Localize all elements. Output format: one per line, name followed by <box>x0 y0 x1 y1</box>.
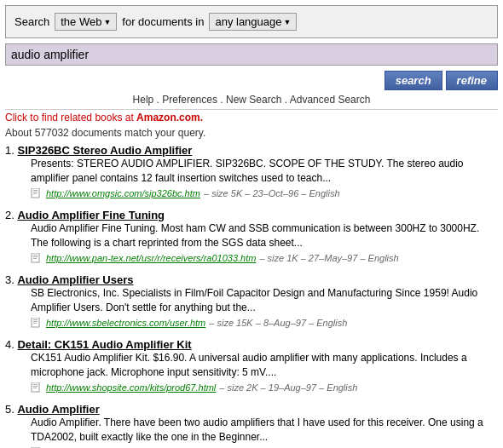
result-number: 2. Audio Amplifier Fine Tuning <box>5 209 498 221</box>
result-description: SB Electronics, Inc. Specialists in Film… <box>31 286 498 315</box>
svg-rect-7 <box>33 258 37 259</box>
preferences-link[interactable]: Preferences <box>162 94 217 106</box>
result-title-link[interactable]: Audio Amplifier <box>17 403 99 416</box>
result-url-line: http://www.omgsic.com/sip326bc.htm – siz… <box>31 187 498 200</box>
new-search-link[interactable]: New Search <box>226 94 281 106</box>
result-description: Audio Amplifier. There have been two aud… <box>31 416 498 445</box>
result-url-link[interactable]: http://www.shopsite.com/kits/prod67.html <box>46 382 216 394</box>
search-type-dropdown[interactable]: the Web <box>55 13 117 31</box>
result-url-line: http://www.sbelectronics.com/user.htm – … <box>31 317 498 330</box>
search-label: Search <box>14 15 49 28</box>
page-icon <box>31 318 43 328</box>
svg-rect-12 <box>32 382 39 392</box>
results-container: 1. SIP326BC Stereo Audio Amplifier Prese… <box>5 144 498 448</box>
svg-rect-1 <box>33 190 38 191</box>
result-meta: – size 1K – 27–May–97 – English <box>259 252 398 265</box>
amazon-link[interactable]: Amazon.com. <box>136 112 203 123</box>
result-url-link[interactable]: http://www.omgsic.com/sip326bc.htm <box>46 187 200 200</box>
result-description: Audio Amplifier Fine Tuning. Most ham CW… <box>31 221 498 250</box>
result-body: Presents: STEREO AUDIO AMPLIFIER. SIP326… <box>31 157 498 200</box>
result-url-link[interactable]: http://www.pan-tex.net/usr/r/receivers/r… <box>46 252 256 265</box>
search-input-area: search refine <box>5 43 498 90</box>
result-meta: – size 15K – 8–Aug–97 – English <box>209 317 347 330</box>
result-title-link[interactable]: Audio Amplifier Fine Tuning <box>17 209 165 221</box>
result-body: SB Electronics, Inc. Specialists in Film… <box>31 286 498 330</box>
page-icon <box>31 188 43 198</box>
help-link[interactable]: Help <box>133 94 154 106</box>
svg-rect-9 <box>33 319 38 320</box>
result-item: 3. Audio Amplifier Users SB Electronics,… <box>5 273 498 330</box>
search-buttons: search refine <box>5 71 498 90</box>
amazon-notice: Click to find related books at Amazon.co… <box>5 112 498 123</box>
results-count: About 577032 documents match your query. <box>5 127 498 139</box>
search-input[interactable] <box>5 43 498 66</box>
result-url-link[interactable]: http://www.sbelectronics.com/user.htm <box>46 317 205 330</box>
result-item: 2. Audio Amplifier Fine Tuning Audio Amp… <box>5 209 498 265</box>
result-meta: – size 2K – 19–Aug–97 – English <box>219 382 357 394</box>
svg-rect-3 <box>33 193 37 194</box>
result-item: 5. Audio Amplifier Audio Amplifier. Ther… <box>5 403 498 448</box>
result-item: 1. SIP326BC Stereo Audio Amplifier Prese… <box>5 144 498 200</box>
svg-rect-11 <box>33 323 37 324</box>
svg-rect-0 <box>32 188 39 198</box>
result-number: 1. SIP326BC Stereo Audio Amplifier <box>5 144 498 157</box>
result-item: 4. Detail: CK151 Audio Amplifier Kit CK1… <box>5 338 498 394</box>
svg-rect-15 <box>33 388 37 388</box>
svg-rect-6 <box>33 256 38 257</box>
result-url-line: http://www.shopsite.com/kits/prod67.html… <box>31 382 498 394</box>
search-button[interactable]: search <box>384 71 442 90</box>
svg-rect-4 <box>32 253 39 262</box>
result-title-link[interactable]: Detail: CK151 Audio Amplifier Kit <box>17 338 191 351</box>
result-number: 4. Detail: CK151 Audio Amplifier Kit <box>5 338 498 351</box>
search-header: Search the Web for documents in any lang… <box>5 5 498 38</box>
svg-rect-14 <box>33 386 38 387</box>
svg-rect-2 <box>33 192 38 192</box>
svg-rect-10 <box>33 321 38 322</box>
result-number: 3. Audio Amplifier Users <box>5 273 498 286</box>
divider <box>5 109 498 110</box>
svg-rect-8 <box>32 318 39 327</box>
nav-links: Help . Preferences . New Search . Advanc… <box>5 94 498 106</box>
result-meta: – size 5K – 23–Oct–96 – English <box>204 187 340 200</box>
result-url-line: http://www.pan-tex.net/usr/r/receivers/r… <box>31 252 498 265</box>
result-title-link[interactable]: Audio Amplifier Users <box>17 273 133 286</box>
language-dropdown[interactable]: any language <box>209 13 297 31</box>
advanced-search-link[interactable]: Advanced Search <box>290 94 371 106</box>
svg-rect-5 <box>33 255 38 256</box>
svg-rect-13 <box>33 384 38 385</box>
page-icon <box>31 253 43 263</box>
refine-button[interactable]: refine <box>446 71 498 90</box>
for-docs-label: for documents in <box>122 15 204 28</box>
result-body: CK151 Audio Amplifier Kit. $16.90. A uni… <box>31 351 498 394</box>
page-icon <box>31 382 43 393</box>
result-body: Audio Amplifier. There have been two aud… <box>31 416 498 448</box>
result-body: Audio Amplifier Fine Tuning. Most ham CW… <box>31 221 498 265</box>
result-number: 5. Audio Amplifier <box>5 403 498 416</box>
result-description: Presents: STEREO AUDIO AMPLIFIER. SIP326… <box>31 157 498 186</box>
result-title-link[interactable]: SIP326BC Stereo Audio Amplifier <box>17 144 192 157</box>
result-description: CK151 Audio Amplifier Kit. $16.90. A uni… <box>31 351 498 380</box>
